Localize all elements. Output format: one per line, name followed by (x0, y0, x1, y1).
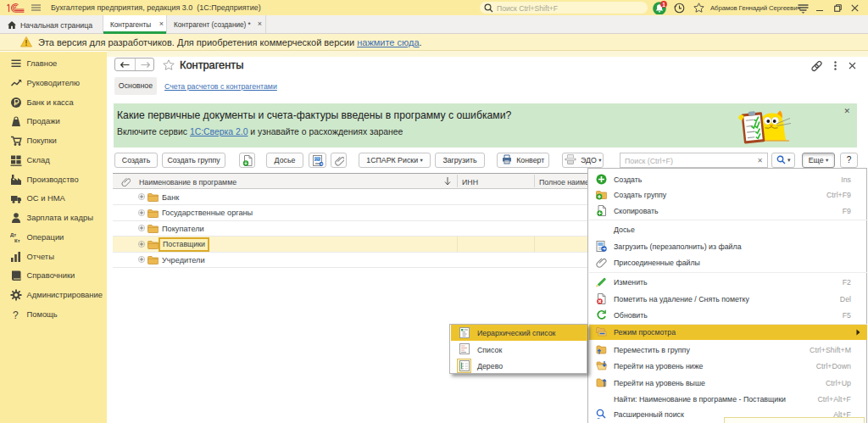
svg-text:Дт: Дт (10, 232, 16, 237)
svg-text:Кт: Кт (14, 238, 20, 243)
svg-text:?: ? (13, 309, 19, 320)
svg-text:1: 1 (662, 2, 665, 8)
